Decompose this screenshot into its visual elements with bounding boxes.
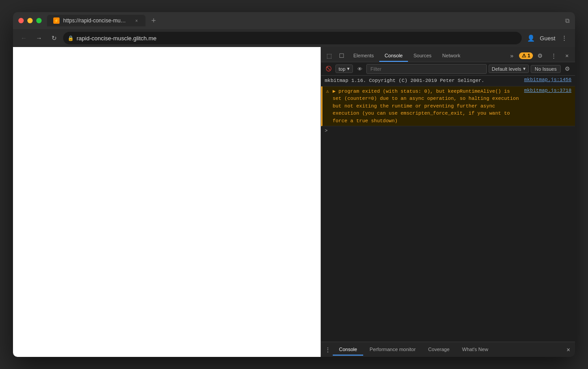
- nav-right: 👤 Guest ⋮: [524, 32, 571, 44]
- back-button[interactable]: ←: [17, 32, 30, 44]
- log-levels-label: Default levels: [492, 66, 521, 72]
- browser-tab[interactable]: ⚡ https://rapid-concise-muscle.g... ×: [47, 15, 146, 26]
- warning-icon: ⚠: [522, 53, 526, 59]
- new-tab-button[interactable]: +: [147, 14, 160, 27]
- devtools-close-icon[interactable]: ×: [561, 49, 573, 62]
- title-bar-right: ⧉: [565, 17, 570, 25]
- window-maximize-icon[interactable]: ⧉: [565, 17, 570, 25]
- warning-count: 1: [528, 53, 530, 58]
- console-output: mkbitmap 1.16. Copyright (C) 2001-2019 P…: [321, 76, 575, 342]
- drawer-tab-console[interactable]: Console: [333, 344, 363, 356]
- log-levels-arrow-icon: ▾: [523, 66, 526, 72]
- tabs-bar: ⚡ https://rapid-concise-muscle.g... × +: [47, 14, 565, 27]
- drawer-tab-whats-new[interactable]: What's New: [456, 344, 494, 356]
- tab-favicon: ⚡: [53, 17, 60, 24]
- console-line-warning: ⚠ ▶ program exited (with status: 0), but…: [321, 86, 575, 127]
- console-prompt[interactable]: >: [321, 126, 575, 135]
- close-button[interactable]: [18, 18, 24, 23]
- profile-icon[interactable]: 👤: [524, 32, 537, 44]
- lock-icon: 🔒: [68, 35, 74, 41]
- tab-close-button[interactable]: ×: [134, 17, 139, 24]
- context-label: top: [339, 66, 345, 72]
- devtools-more-icon[interactable]: ⋮: [547, 49, 560, 62]
- traffic-lights: [18, 18, 42, 23]
- console-line-info: mkbitmap 1.16. Copyright (C) 2001-2019 P…: [321, 76, 575, 86]
- tab-sources[interactable]: Sources: [408, 50, 437, 62]
- context-selector[interactable]: top ▾: [335, 64, 353, 73]
- inspect-element-icon[interactable]: ⬚: [323, 49, 335, 62]
- drawer-menu-icon[interactable]: ⋮: [323, 345, 333, 355]
- log-levels-selector[interactable]: Default levels ▾: [489, 64, 529, 73]
- console-info-text: mkbitmap 1.16. Copyright (C) 2001-2019 P…: [325, 77, 520, 85]
- context-arrow-icon: ▾: [347, 66, 350, 72]
- reload-button[interactable]: ↻: [48, 32, 60, 44]
- forward-button[interactable]: →: [33, 32, 45, 44]
- drawer-tabs: ⋮ Console Performance monitor Coverage W…: [321, 342, 575, 357]
- address-bar[interactable]: 🔒 rapid-concise-muscle.glitch.me: [63, 32, 522, 44]
- console-prompt-arrow: >: [325, 128, 328, 133]
- warning-badge[interactable]: ⚠ 1: [519, 52, 533, 59]
- devtools-toolbar: 🚫 top ▾ 👁 Default levels ▾ No Issues ⚙: [321, 62, 575, 76]
- devtools-settings-icon[interactable]: ⚙: [534, 49, 546, 62]
- drawer-tab-performance-monitor[interactable]: Performance monitor: [363, 344, 422, 356]
- console-warning-text: ▶ program exited (with status: 0), but k…: [333, 88, 521, 125]
- maximize-button[interactable]: [36, 18, 42, 23]
- device-toolbar-icon[interactable]: ☐: [335, 49, 348, 62]
- drawer-close-button[interactable]: ×: [563, 345, 573, 355]
- browser-window: ⚡ https://rapid-concise-muscle.g... × + …: [13, 12, 575, 357]
- devtools-panel: ⬚ ☐ Elements Console Sources Network » ⚠…: [321, 47, 575, 357]
- filter-input[interactable]: [366, 64, 487, 74]
- tab-console[interactable]: Console: [379, 50, 408, 62]
- devtools-tabs: ⬚ ☐ Elements Console Sources Network » ⚠…: [321, 47, 575, 62]
- more-options-button[interactable]: ⋮: [558, 32, 571, 44]
- warning-line-icon: ⚠: [326, 88, 329, 94]
- toolbar-settings-icon[interactable]: ⚙: [562, 64, 572, 74]
- address-text: rapid-concise-muscle.glitch.me: [77, 35, 156, 42]
- devtools-tabs-right: » ⚠ 1 ⚙ ⋮ ×: [506, 49, 573, 62]
- nav-bar: ← → ↻ 🔒 rapid-concise-muscle.glitch.me 👤…: [13, 29, 575, 47]
- tab-elements[interactable]: Elements: [348, 50, 379, 62]
- more-tabs-icon[interactable]: »: [506, 49, 518, 62]
- title-bar: ⚡ https://rapid-concise-muscle.g... × + …: [13, 12, 575, 29]
- console-info-link[interactable]: mkbitmap.js:1456: [524, 77, 571, 82]
- main-area: ⬚ ☐ Elements Console Sources Network » ⚠…: [13, 47, 575, 357]
- console-warning-link[interactable]: mkbitmap.js:3718: [524, 88, 571, 93]
- tab-network[interactable]: Network: [437, 50, 466, 62]
- page-content: [13, 47, 321, 357]
- clear-console-button[interactable]: 🚫: [324, 64, 334, 74]
- eye-icon[interactable]: 👁: [355, 64, 365, 74]
- tab-title: https://rapid-concise-muscle.g...: [63, 17, 129, 24]
- guest-label: Guest: [540, 35, 555, 42]
- minimize-button[interactable]: [27, 18, 33, 23]
- no-issues-button[interactable]: No Issues: [531, 65, 561, 73]
- drawer-tab-coverage[interactable]: Coverage: [422, 344, 456, 356]
